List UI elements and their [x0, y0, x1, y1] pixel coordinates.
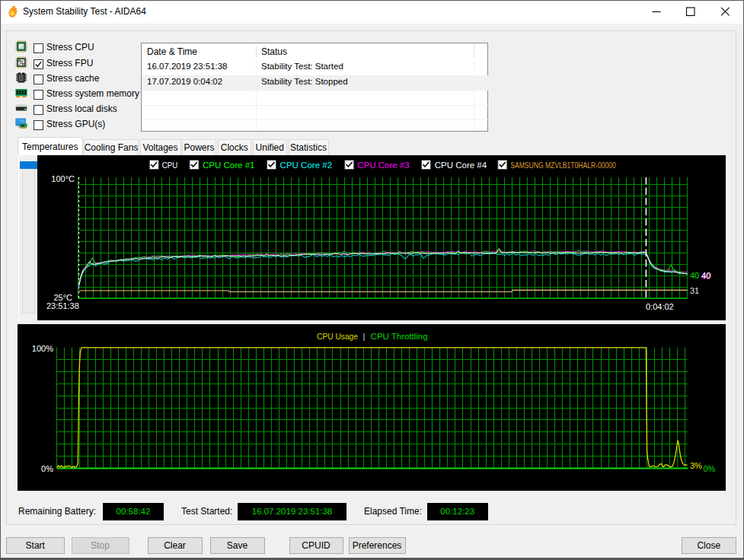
svg-text:23:51:38: 23:51:38	[46, 301, 79, 310]
svg-text:100%: 100%	[32, 344, 53, 353]
svg-text:CPU Core #1: CPU Core #1	[203, 161, 255, 170]
svg-text:CPU Core #2: CPU Core #2	[280, 161, 333, 170]
svg-text:CPU Core #4: CPU Core #4	[435, 161, 487, 170]
svg-text:40: 40	[701, 271, 710, 280]
svg-text:25°C: 25°C	[53, 293, 72, 302]
svg-text:|: |	[363, 332, 366, 341]
svg-text:100°C: 100°C	[51, 174, 75, 183]
svg-text:0%: 0%	[41, 464, 53, 473]
svg-text:SAMSUNG MZVLB1T0HALR-00000: SAMSUNG MZVLB1T0HALR-00000	[510, 161, 616, 170]
svg-text:CPU Core #3: CPU Core #3	[357, 161, 410, 170]
svg-text:31: 31	[690, 286, 699, 295]
svg-text:3%: 3%	[690, 461, 702, 470]
svg-text:0%: 0%	[704, 464, 716, 473]
svg-text:40: 40	[690, 271, 699, 280]
svg-text:0:04:02: 0:04:02	[646, 302, 674, 311]
svg-text:CPU Throttling: CPU Throttling	[371, 332, 428, 341]
svg-text:CPU: CPU	[162, 161, 178, 170]
svg-text:CPU Usage: CPU Usage	[317, 332, 358, 341]
